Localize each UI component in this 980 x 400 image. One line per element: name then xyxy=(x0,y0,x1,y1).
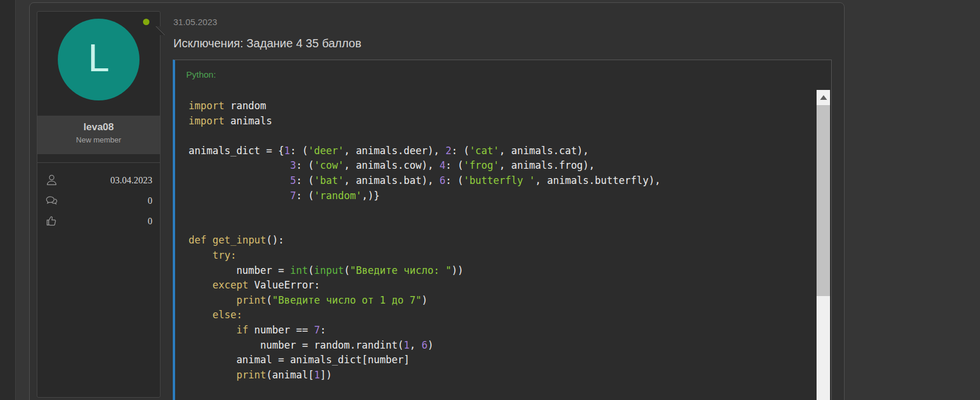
likes-icon xyxy=(45,214,58,228)
messages-icon xyxy=(45,194,58,207)
scroll-up-arrow-icon xyxy=(820,95,827,100)
user-role: New member xyxy=(37,135,160,144)
stat-row-messages: 0 xyxy=(45,190,152,211)
username-link[interactable]: leva08 xyxy=(37,121,160,133)
user-cell: L leva08 New member 03.04.2023 xyxy=(37,11,161,398)
stat-row-likes: 0 xyxy=(45,211,152,231)
speech-bubble-notch xyxy=(156,26,165,35)
online-status-dot xyxy=(143,19,149,25)
joined-date: 03.04.2023 xyxy=(110,175,152,186)
member-stats: 03.04.2023 0 0 xyxy=(37,162,160,397)
messages-count: 0 xyxy=(148,196,152,206)
page-left-edge xyxy=(0,0,16,400)
forum-post: L leva08 New member 03.04.2023 xyxy=(29,2,845,400)
code-lines: import random import animals animals_dic… xyxy=(175,90,831,382)
user-name-band: leva08 New member xyxy=(37,116,160,154)
avatar-letter: L xyxy=(88,39,110,77)
forum-page: L leva08 New member 03.04.2023 xyxy=(0,0,980,400)
code-scroll-area[interactable]: import random import animals animals_dic… xyxy=(175,90,831,400)
avatar[interactable]: L xyxy=(58,19,139,100)
scrollbar-track[interactable] xyxy=(817,90,830,400)
code-language-label: Python: xyxy=(175,60,831,79)
post-title: Исключения: Задание 4 35 баллов xyxy=(173,37,361,50)
member-since-icon xyxy=(45,173,58,187)
avatar-section: L xyxy=(37,12,160,116)
likes-count: 0 xyxy=(148,216,152,227)
stat-row-joined: 03.04.2023 xyxy=(45,170,152,190)
scrollbar-thumb[interactable] xyxy=(817,105,830,296)
post-date-link[interactable]: 31.05.2023 xyxy=(173,17,217,27)
code-block: Python: import random import animals ani… xyxy=(173,60,832,400)
scrollbar-up-button[interactable] xyxy=(817,90,830,105)
